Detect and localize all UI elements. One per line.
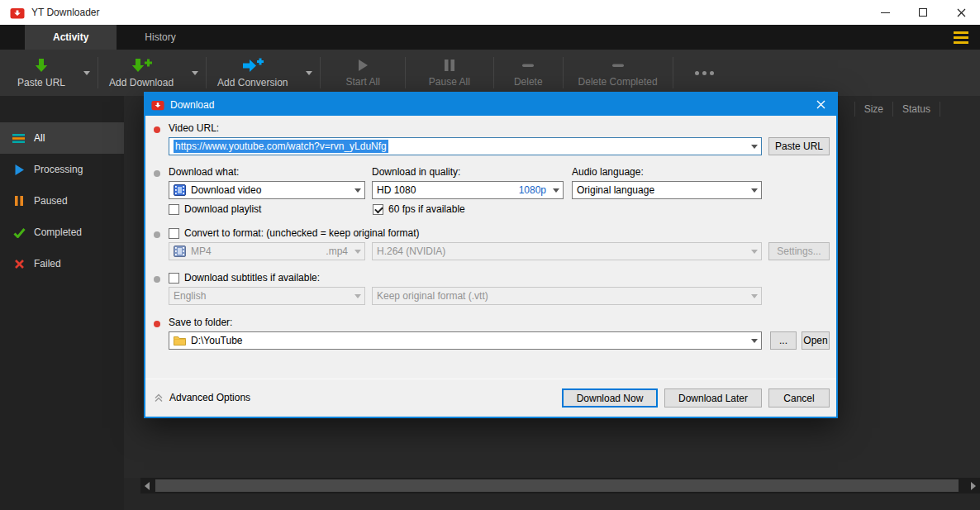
sidebar-item-all-label: All	[34, 132, 45, 144]
tab-history[interactable]: History	[117, 25, 203, 50]
delete-completed-button: Delete Completed	[564, 50, 673, 96]
minus-icon	[611, 58, 626, 73]
more-actions-button[interactable]	[673, 50, 735, 96]
browse-folder-button[interactable]: ...	[770, 331, 797, 350]
tabbar: Activity History	[0, 25, 980, 50]
format-value: MP4	[191, 245, 212, 257]
app-window: YT Downloader Activity History Paste URL…	[0, 0, 980, 510]
settings-button: Settings...	[768, 242, 830, 260]
quality-select[interactable]: HD 1080 1080p	[372, 181, 564, 199]
processing-icon	[12, 164, 26, 176]
subtitles-label: Download subtitles if available:	[184, 272, 320, 284]
add-conversion-button[interactable]: Add Conversion	[207, 50, 298, 96]
format-ext: .mp4	[326, 245, 348, 257]
section-dot	[154, 231, 160, 238]
video-url-label: Video URL:	[169, 122, 219, 134]
list-column-headers: Size Status	[854, 102, 940, 117]
dialog-title: Download	[170, 99, 214, 111]
quality-tag: 1080p	[519, 184, 546, 196]
subtitles-language-select: English	[169, 287, 365, 305]
dialog-paste-url-button[interactable]: Paste URL	[768, 137, 830, 155]
chevron-down-icon	[350, 243, 364, 260]
toolbar: Paste URL Add Download Add Conversion St…	[0, 50, 980, 96]
paste-url-label: Paste URL	[17, 77, 65, 88]
add-download-button[interactable]: Add Download	[98, 50, 184, 96]
sidebar-item-completed[interactable]: Completed	[0, 217, 124, 248]
minimize-button[interactable]	[866, 0, 904, 25]
fps-checkbox[interactable]: 60 fps if available	[373, 203, 465, 215]
convert-checkbox[interactable]: Convert to format: (unchecked = keep ori…	[169, 227, 419, 239]
chevron-down-icon[interactable]	[747, 138, 761, 155]
ellipsis-icon	[695, 71, 699, 75]
checkbox-unchecked[interactable]	[169, 228, 179, 239]
download-later-button[interactable]: Download Later	[664, 388, 762, 408]
download-now-button[interactable]: Download Now	[562, 388, 658, 408]
paste-url-button[interactable]: Paste URL	[7, 50, 76, 96]
audio-language-select[interactable]: Original language	[572, 181, 762, 199]
paste-url-dropdown[interactable]	[76, 50, 98, 96]
sidebar-item-processing[interactable]: Processing	[0, 154, 124, 185]
save-folder-label: Save to folder:	[169, 317, 232, 328]
pause-all-button: Pause All	[406, 50, 493, 96]
open-folder-button[interactable]: Open	[802, 331, 830, 350]
chevron-down-icon	[350, 288, 364, 304]
fps-label: 60 fps if available	[388, 203, 465, 215]
chevron-down-icon	[350, 182, 364, 198]
delete-button: Delete	[494, 50, 563, 96]
subtitles-language-value: English	[174, 290, 206, 302]
app-icon	[10, 7, 25, 19]
codec-select: H.264 (NVIDIA)	[372, 242, 762, 260]
subtitles-format-select: Keep original format (.vtt)	[372, 287, 762, 305]
close-button[interactable]	[942, 0, 980, 25]
download-dialog: Download Video URL: https://www.youtube.…	[144, 92, 838, 418]
advanced-options-toggle[interactable]: Advanced Options	[154, 388, 250, 407]
tab-activity-label: Activity	[53, 31, 88, 43]
audio-language-label: Audio language:	[572, 166, 644, 178]
sidebar-item-all[interactable]: All	[0, 122, 124, 154]
column-status[interactable]: Status	[892, 102, 940, 117]
checkbox-checked[interactable]	[373, 204, 383, 215]
titlebar: YT Downloader	[0, 0, 980, 25]
paused-icon	[12, 195, 26, 207]
sidebar-item-processing-label: Processing	[34, 164, 83, 175]
format-select: MP4 .mp4	[169, 242, 365, 260]
subtitles-checkbox[interactable]: Download subtitles if available:	[169, 272, 320, 284]
tab-activity[interactable]: Activity	[25, 25, 117, 50]
completed-check-icon	[12, 227, 26, 238]
horizontal-scrollbar[interactable]	[140, 478, 980, 493]
failed-x-icon	[12, 259, 26, 269]
cancel-button[interactable]: Cancel	[768, 388, 830, 408]
sidebar-item-failed[interactable]: Failed	[0, 248, 124, 279]
pause-icon	[444, 58, 455, 73]
scroll-left-button[interactable]	[140, 478, 154, 493]
subtitles-format-value: Keep original format (.vtt)	[377, 290, 488, 302]
maximize-button[interactable]	[904, 0, 942, 25]
add-download-icon	[131, 58, 152, 74]
save-folder-select[interactable]: D:\YouTube	[169, 331, 762, 350]
required-dot	[154, 126, 160, 133]
section-dot	[154, 276, 160, 283]
sidebar-item-paused[interactable]: Paused	[0, 185, 124, 217]
video-url-input[interactable]: https://www.youtube.com/watch?v=rvn_yLdu…	[169, 137, 762, 155]
checkbox-unchecked[interactable]	[169, 204, 179, 215]
add-conversion-dropdown[interactable]	[298, 50, 320, 96]
column-size[interactable]: Size	[854, 102, 892, 117]
sidebar-item-completed-label: Completed	[34, 226, 82, 238]
download-playlist-checkbox[interactable]: Download playlist	[169, 203, 261, 215]
scroll-right-button[interactable]	[967, 478, 980, 493]
scrollbar-thumb[interactable]	[155, 479, 959, 492]
required-dot	[154, 321, 160, 327]
download-what-select[interactable]: Download video	[169, 181, 365, 199]
advanced-options-label: Advanced Options	[169, 392, 250, 403]
sidebar-item-failed-label: Failed	[34, 258, 61, 269]
menu-icon[interactable]	[954, 31, 968, 44]
dialog-close-button[interactable]	[808, 93, 833, 116]
checkbox-unchecked[interactable]	[169, 273, 179, 284]
add-download-dropdown[interactable]	[184, 50, 206, 96]
convert-label: Convert to format: (unchecked = keep ori…	[184, 227, 419, 239]
chevron-down-icon	[747, 288, 761, 304]
download-what-label: Download what:	[169, 166, 239, 178]
start-all-label: Start All	[345, 76, 379, 88]
footer-divider	[145, 379, 836, 379]
download-what-value: Download video	[191, 184, 261, 196]
